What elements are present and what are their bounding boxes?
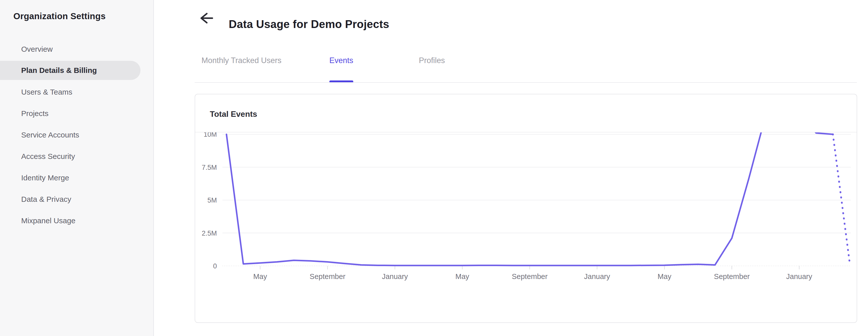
sidebar-nav: Overview Plan Details & Billing Users & … bbox=[0, 38, 153, 231]
page-title: Data Usage for Demo Projects bbox=[229, 18, 389, 31]
svg-text:September: September bbox=[512, 272, 548, 280]
svg-text:January: January bbox=[584, 272, 610, 280]
sidebar-item-mixpanel-usage[interactable]: Mixpanel Usage bbox=[0, 210, 141, 231]
total-events-card: Total Events 02.5M5M7.5M10M12.5MMaySepte… bbox=[195, 94, 857, 323]
sidebar-item-service-accounts[interactable]: Service Accounts bbox=[0, 124, 141, 146]
line-chart-svg: 02.5M5M7.5M10M12.5MMaySeptemberJanuaryMa… bbox=[195, 132, 857, 323]
svg-text:5M: 5M bbox=[207, 196, 217, 204]
tab-events[interactable]: Events bbox=[329, 56, 353, 67]
arrow-left-icon bbox=[198, 22, 214, 26]
back-button[interactable] bbox=[198, 11, 214, 25]
sidebar-title: Organization Settings bbox=[13, 11, 106, 21]
svg-text:January: January bbox=[786, 272, 812, 280]
chart-title: Total Events bbox=[210, 110, 257, 119]
svg-text:May: May bbox=[456, 272, 469, 280]
events-line-chart: 02.5M5M7.5M10M12.5MMaySeptemberJanuaryMa… bbox=[195, 132, 857, 323]
tabs-divider bbox=[195, 82, 857, 83]
svg-text:7.5M: 7.5M bbox=[202, 164, 217, 171]
sidebar-item-overview[interactable]: Overview bbox=[0, 38, 141, 60]
sidebar: Organization Settings Overview Plan Deta… bbox=[0, 0, 154, 336]
sidebar-item-access-security[interactable]: Access Security bbox=[0, 146, 141, 167]
svg-text:2.5M: 2.5M bbox=[202, 230, 217, 237]
svg-text:May: May bbox=[657, 272, 671, 280]
tab-monthly-tracked-users[interactable]: Monthly Tracked Users bbox=[202, 56, 281, 67]
svg-text:January: January bbox=[382, 272, 408, 280]
svg-text:0: 0 bbox=[213, 262, 217, 270]
sidebar-item-plan-details-billing[interactable]: Plan Details & Billing bbox=[0, 61, 141, 80]
org-settings-page: Organization Settings Overview Plan Deta… bbox=[0, 0, 868, 336]
svg-text:September: September bbox=[714, 272, 750, 280]
tab-profiles[interactable]: Profiles bbox=[419, 56, 445, 67]
sidebar-item-users-teams[interactable]: Users & Teams bbox=[0, 81, 141, 103]
sidebar-item-data-privacy[interactable]: Data & Privacy bbox=[0, 188, 141, 210]
sidebar-item-projects[interactable]: Projects bbox=[0, 103, 141, 124]
sidebar-item-identity-merge[interactable]: Identity Merge bbox=[0, 167, 141, 188]
svg-text:September: September bbox=[310, 272, 345, 280]
svg-text:May: May bbox=[253, 272, 267, 280]
svg-text:10M: 10M bbox=[204, 132, 217, 138]
